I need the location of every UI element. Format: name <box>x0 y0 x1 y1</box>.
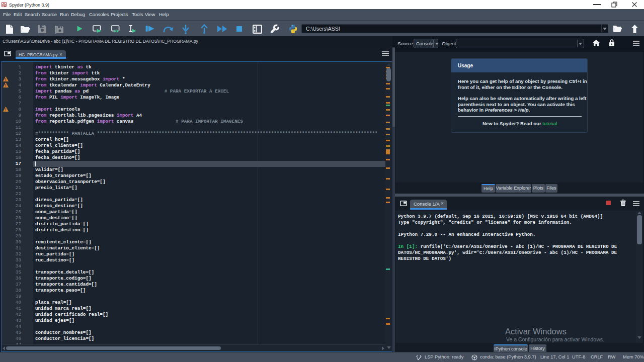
svg-text:S: S <box>4 4 6 7</box>
